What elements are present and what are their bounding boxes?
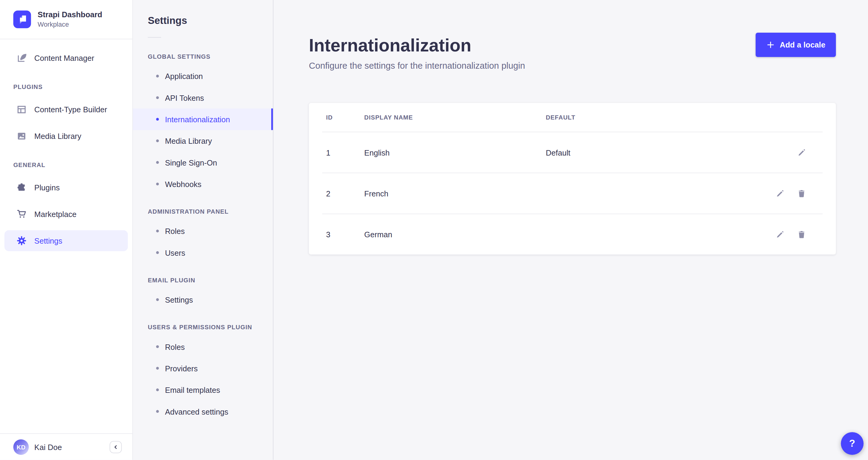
subnav-section-email-plugin: EMAIL PLUGIN: [148, 276, 273, 285]
workspace-switcher: Strapi Dashboard Workplace: [0, 0, 132, 39]
cell-id: 2: [326, 189, 364, 198]
subnav-item-admin-users[interactable]: Users: [133, 242, 273, 263]
subnav-item-up-advanced-settings[interactable]: Advanced settings: [133, 401, 273, 422]
cell-id: 1: [326, 148, 364, 157]
table-header-row: ID DISPLAY NAME DEFAULT: [309, 103, 836, 132]
subnav-item-email-settings[interactable]: Settings: [133, 289, 273, 310]
add-locale-button[interactable]: Add a locale: [755, 33, 836, 57]
edit-locale-button[interactable]: [776, 189, 784, 198]
user-name: Kai Doe: [34, 443, 110, 452]
delete-locale-button[interactable]: [797, 189, 806, 198]
app-title: Strapi Dashboard: [37, 10, 102, 20]
subnav-item-label: API Tokens: [165, 93, 204, 102]
trash-icon: [797, 230, 806, 239]
workspace-name: Workplace: [37, 21, 102, 28]
row-actions: [776, 230, 806, 239]
cell-display-name: German: [364, 230, 546, 239]
puzzle-piece-icon: [17, 183, 27, 193]
cell-display-name: English: [364, 148, 546, 157]
sidebar-footer: KD Kai Doe: [0, 433, 132, 460]
cell-display-name: French: [364, 189, 546, 198]
subnav-title-divider: [148, 37, 161, 38]
picture-icon: [17, 131, 27, 141]
sidebar-item-content-manager[interactable]: Content Manager: [4, 49, 128, 67]
chevron-left-icon: [112, 443, 119, 450]
table-row-german[interactable]: 3 German: [309, 214, 836, 255]
subnav-item-label: Roles: [165, 227, 185, 235]
subnav-item-label: Advanced settings: [165, 407, 228, 416]
subnav-title: Settings: [148, 13, 273, 28]
settings-subnav: Settings GLOBAL SETTINGS Application API…: [133, 0, 273, 460]
user-avatar[interactable]: KD: [13, 439, 29, 455]
subnav-section-global-settings: GLOBAL SETTINGS: [148, 53, 273, 61]
help-button[interactable]: ?: [841, 432, 864, 455]
subnav-section-users-permissions-plugin: USERS & PERMISSIONS PLUGIN: [148, 324, 273, 332]
subnav-section-administration-panel: ADMINISTRATION PANEL: [148, 208, 273, 216]
pencil-icon: [776, 189, 784, 198]
row-actions: [776, 189, 806, 198]
subnav-item-label: Users: [165, 248, 185, 257]
workspace-info: Strapi Dashboard Workplace: [37, 10, 102, 29]
sidebar-section-plugins: PLUGINS: [13, 84, 132, 91]
subnav-item-application[interactable]: Application: [133, 65, 273, 87]
sidebar-item-label: Plugins: [34, 183, 60, 192]
sidebar-item-label: Marketplace: [34, 210, 76, 219]
question-mark-icon: ?: [849, 438, 855, 450]
subnav-item-label: Internationalization: [165, 115, 230, 124]
sidebar-item-plugins[interactable]: Plugins: [4, 179, 128, 197]
strapi-logo-icon: [13, 10, 31, 28]
collapse-sidebar-button[interactable]: [110, 441, 122, 453]
subnav-item-up-roles[interactable]: Roles: [133, 336, 273, 357]
subnav-item-label: Roles: [165, 342, 185, 351]
subnav-item-label: Application: [165, 72, 203, 80]
sidebar-item-label: Content Manager: [34, 54, 94, 62]
subnav-item-label: Email templates: [165, 386, 220, 394]
layout-grid-icon: [17, 105, 27, 115]
page-header: Internationalization Configure the setti…: [274, 0, 868, 71]
plus-icon: [766, 40, 775, 49]
subnav-item-label: Providers: [165, 364, 198, 372]
subnav-item-label: Media Library: [165, 136, 212, 145]
strapi-admin-app: Strapi Dashboard Workplace Content Manag…: [0, 0, 868, 460]
sidebar-item-label: Settings: [34, 236, 62, 245]
sidebar-item-marketplace[interactable]: Marketplace: [4, 205, 128, 223]
subnav-item-media-library[interactable]: Media Library: [133, 130, 273, 152]
subnav-item-api-tokens[interactable]: API Tokens: [133, 87, 273, 108]
edit-locale-button[interactable]: [776, 230, 784, 239]
cell-default: Default: [546, 148, 797, 157]
sidebar-item-label: Media Library: [34, 132, 81, 140]
main-content: Internationalization Configure the setti…: [274, 0, 868, 460]
subnav-item-webhooks[interactable]: Webhooks: [133, 173, 273, 195]
sidebar-item-media-library[interactable]: Media Library: [4, 127, 128, 145]
sidebar-item-settings[interactable]: Settings: [4, 230, 128, 251]
pencil-icon: [776, 230, 784, 239]
subnav-item-label: Single Sign-On: [165, 158, 217, 167]
cell-id: 3: [326, 230, 364, 239]
edit-locale-button[interactable]: [797, 148, 806, 157]
sidebar-section-general: GENERAL: [13, 162, 132, 169]
subnav-item-label: Webhooks: [165, 179, 202, 188]
subnav-item-up-email-templates[interactable]: Email templates: [133, 379, 273, 400]
delete-locale-button[interactable]: [797, 230, 806, 239]
sidebar-item-content-type-builder[interactable]: Content-Type Builder: [4, 101, 128, 119]
subnav-item-internationalization[interactable]: Internationalization: [133, 108, 273, 130]
page-subtitle: Configure the settings for the internati…: [309, 61, 836, 71]
main-sidebar: Strapi Dashboard Workplace Content Manag…: [0, 0, 133, 460]
gear-icon: [17, 236, 27, 246]
row-actions: [797, 148, 806, 157]
subnav-item-up-providers[interactable]: Providers: [133, 357, 273, 379]
pencil-icon: [797, 148, 806, 157]
sidebar-item-label: Content-Type Builder: [34, 105, 107, 114]
column-header-display-name: DISPLAY NAME: [364, 114, 546, 121]
shopping-cart-icon: [17, 209, 27, 219]
subnav-item-single-sign-on[interactable]: Single Sign-On: [133, 152, 273, 173]
subnav-item-admin-roles[interactable]: Roles: [133, 220, 273, 242]
locales-table-card: ID DISPLAY NAME DEFAULT 1 English Defaul…: [309, 103, 836, 255]
subnav-item-label: Settings: [165, 295, 193, 304]
table-row-french[interactable]: 2 French: [309, 173, 836, 213]
trash-icon: [797, 189, 806, 198]
table-row-english[interactable]: 1 English Default: [309, 132, 836, 172]
add-locale-label: Add a locale: [780, 40, 825, 49]
column-header-default: DEFAULT: [546, 114, 823, 121]
feather-pen-icon: [17, 53, 27, 63]
